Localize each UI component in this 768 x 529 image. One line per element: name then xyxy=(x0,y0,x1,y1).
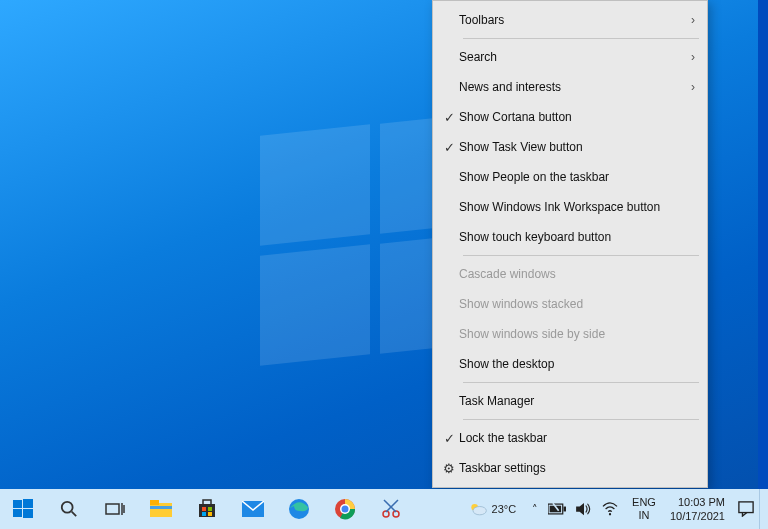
task-view-button[interactable] xyxy=(92,489,138,529)
taskbar[interactable]: 23°C ˄ ENG IN xyxy=(0,489,768,529)
windows-icon xyxy=(13,499,33,519)
separator xyxy=(463,255,699,256)
task-view-icon xyxy=(105,501,125,517)
svg-rect-15 xyxy=(208,507,212,511)
system-tray[interactable]: ˄ xyxy=(524,489,626,529)
menu-label: Search xyxy=(459,50,691,64)
svg-rect-35 xyxy=(739,502,753,513)
folder-icon xyxy=(150,500,172,518)
svg-rect-10 xyxy=(150,500,159,505)
menu-label: Taskbar settings xyxy=(459,461,695,475)
chevron-up-icon[interactable]: ˄ xyxy=(532,503,538,516)
weather-widget[interactable]: 23°C xyxy=(460,489,525,529)
svg-point-34 xyxy=(609,513,611,515)
menu-item-toolbars[interactable]: Toolbars › xyxy=(433,5,707,35)
svg-rect-3 xyxy=(23,509,33,518)
store-icon xyxy=(197,499,217,519)
snip-icon xyxy=(380,498,402,520)
desktop-right-edge xyxy=(758,0,768,489)
svg-line-5 xyxy=(72,512,77,517)
menu-item-cascade-windows: Cascade windows xyxy=(433,259,707,289)
menu-label: Cascade windows xyxy=(459,267,695,281)
svg-point-28 xyxy=(473,507,486,515)
menu-item-show-task-view[interactable]: ✓ Show Task View button xyxy=(433,132,707,162)
menu-item-show-people[interactable]: Show People on the taskbar xyxy=(433,162,707,192)
svg-rect-0 xyxy=(13,500,22,508)
notification-icon xyxy=(738,501,754,517)
start-button[interactable] xyxy=(0,489,46,529)
separator xyxy=(463,419,699,420)
clock[interactable]: 10:03 PM 10/17/2021 xyxy=(662,495,733,523)
svg-point-22 xyxy=(342,506,349,513)
menu-item-show-the-desktop[interactable]: Show the desktop xyxy=(433,349,707,379)
check-icon: ✓ xyxy=(439,110,459,125)
menu-item-show-cortana[interactable]: ✓ Show Cortana button xyxy=(433,102,707,132)
menu-label: News and interests xyxy=(459,80,691,94)
weather-icon xyxy=(468,500,488,518)
menu-item-search[interactable]: Search › xyxy=(433,42,707,72)
chevron-right-icon: › xyxy=(691,80,695,94)
svg-point-4 xyxy=(62,502,73,513)
menu-item-show-windows-stacked: Show windows stacked xyxy=(433,289,707,319)
menu-item-taskbar-settings[interactable]: ⚙ Taskbar settings xyxy=(433,453,707,483)
gear-icon: ⚙ xyxy=(439,461,459,476)
weather-temp: 23°C xyxy=(492,503,517,515)
clock-time: 10:03 PM xyxy=(670,495,725,509)
menu-label: Task Manager xyxy=(459,394,695,408)
search-icon xyxy=(60,500,78,518)
svg-rect-11 xyxy=(150,506,172,509)
menu-label: Show windows stacked xyxy=(459,297,695,311)
menu-label: Show windows side by side xyxy=(459,327,695,341)
menu-item-task-manager[interactable]: Task Manager xyxy=(433,386,707,416)
chrome-button[interactable] xyxy=(322,489,368,529)
menu-label: Toolbars xyxy=(459,13,691,27)
menu-label: Show Cortana button xyxy=(459,110,695,124)
svg-rect-9 xyxy=(150,503,172,517)
show-desktop-button[interactable] xyxy=(759,489,766,529)
menu-item-lock-taskbar[interactable]: ✓ Lock the taskbar xyxy=(433,423,707,453)
svg-line-25 xyxy=(384,500,396,512)
microsoft-store-button[interactable] xyxy=(184,489,230,529)
separator xyxy=(463,382,699,383)
taskbar-left xyxy=(0,489,414,529)
svg-rect-16 xyxy=(202,512,206,516)
separator xyxy=(463,38,699,39)
menu-label: Lock the taskbar xyxy=(459,431,695,445)
menu-label: Show the desktop xyxy=(459,357,695,371)
menu-item-news-and-interests[interactable]: News and interests › xyxy=(433,72,707,102)
svg-rect-12 xyxy=(199,504,215,517)
svg-line-26 xyxy=(386,500,398,512)
mail-icon xyxy=(242,501,264,517)
taskbar-right: 23°C ˄ ENG IN xyxy=(460,489,768,529)
check-icon: ✓ xyxy=(439,140,459,155)
chrome-icon xyxy=(334,498,356,520)
svg-rect-13 xyxy=(203,500,211,505)
lang-primary: ENG xyxy=(632,496,656,509)
svg-rect-14 xyxy=(202,507,206,511)
menu-item-show-touch-keyboard[interactable]: Show touch keyboard button xyxy=(433,222,707,252)
svg-rect-17 xyxy=(208,512,212,516)
svg-rect-6 xyxy=(106,504,119,514)
wifi-icon[interactable] xyxy=(602,502,618,516)
battery-icon[interactable] xyxy=(548,503,566,515)
mail-button[interactable] xyxy=(230,489,276,529)
svg-rect-1 xyxy=(23,499,33,508)
volume-icon[interactable] xyxy=(576,502,592,516)
taskbar-context-menu: Toolbars › Search › News and interests ›… xyxy=(432,0,708,488)
action-center-button[interactable] xyxy=(733,489,759,529)
menu-item-show-ink-workspace[interactable]: Show Windows Ink Workspace button xyxy=(433,192,707,222)
menu-label: Show People on the taskbar xyxy=(459,170,695,184)
menu-label: Show Windows Ink Workspace button xyxy=(459,200,695,214)
check-icon: ✓ xyxy=(439,431,459,446)
search-button[interactable] xyxy=(46,489,92,529)
chevron-right-icon: › xyxy=(691,13,695,27)
svg-marker-33 xyxy=(576,503,584,515)
snip-sketch-button[interactable] xyxy=(368,489,414,529)
menu-item-show-windows-side-by-side: Show windows side by side xyxy=(433,319,707,349)
menu-label: Show Task View button xyxy=(459,140,695,154)
desktop-wallpaper[interactable]: Toolbars › Search › News and interests ›… xyxy=(0,0,768,489)
edge-button[interactable] xyxy=(276,489,322,529)
language-indicator[interactable]: ENG IN xyxy=(626,496,662,522)
file-explorer-button[interactable] xyxy=(138,489,184,529)
edge-icon xyxy=(288,498,310,520)
